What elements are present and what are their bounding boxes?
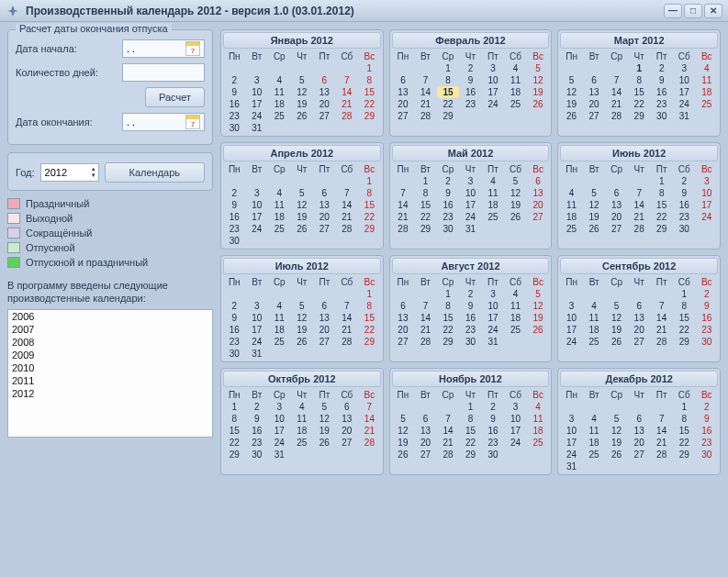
day-cell[interactable]: 15 — [437, 312, 460, 324]
day-cell[interactable]: 31 — [268, 449, 291, 460]
day-cell[interactable]: 31 — [246, 122, 269, 134]
day-cell[interactable]: 2 — [650, 62, 673, 74]
day-cell[interactable]: 5 — [291, 74, 314, 86]
day-cell[interactable]: 17 — [246, 211, 269, 223]
day-cell[interactable]: 17 — [560, 324, 583, 336]
day-cell[interactable]: 27 — [414, 449, 437, 460]
day-cell[interactable]: 10 — [560, 425, 583, 437]
day-cell[interactable]: 30 — [437, 223, 460, 235]
day-cell[interactable]: 3 — [459, 175, 482, 187]
day-cell[interactable]: 28 — [605, 110, 628, 122]
day-cell[interactable]: 23 — [246, 437, 269, 449]
day-cell[interactable]: 4 — [583, 300, 606, 312]
day-cell[interactable]: 31 — [246, 348, 269, 360]
day-cell[interactable]: 11 — [268, 312, 291, 324]
day-cell[interactable]: 20 — [313, 211, 336, 223]
day-cell[interactable]: 21 — [628, 211, 651, 223]
day-cell[interactable]: 1 — [650, 175, 673, 187]
day-cell[interactable]: 10 — [246, 199, 269, 211]
day-cell[interactable]: 11 — [268, 86, 291, 98]
day-cell[interactable]: 2 — [482, 401, 505, 413]
day-cell[interactable]: 17 — [246, 98, 269, 110]
day-cell[interactable]: 10 — [482, 74, 505, 86]
day-cell[interactable]: 11 — [291, 413, 314, 425]
day-cell[interactable]: 13 — [605, 199, 628, 211]
day-cell[interactable]: 27 — [605, 223, 628, 235]
day-cell[interactable]: 24 — [246, 110, 269, 122]
day-cell[interactable]: 21 — [392, 211, 415, 223]
day-cell[interactable]: 3 — [246, 74, 269, 86]
start-date-input[interactable]: . . 7 — [122, 39, 205, 58]
day-cell[interactable]: 19 — [605, 324, 628, 336]
day-cell[interactable]: 16 — [459, 312, 482, 324]
day-cell[interactable]: 18 — [268, 324, 291, 336]
day-cell[interactable]: 26 — [560, 110, 583, 122]
day-cell[interactable]: 25 — [268, 336, 291, 348]
day-cell[interactable]: 24 — [246, 223, 269, 235]
day-cell[interactable]: 30 — [482, 449, 505, 460]
day-cell[interactable]: 7 — [414, 74, 437, 86]
day-cell[interactable]: 27 — [628, 449, 651, 460]
day-cell[interactable]: 14 — [628, 199, 651, 211]
list-item[interactable]: 2007 — [8, 323, 212, 336]
day-cell[interactable]: 22 — [437, 324, 460, 336]
day-cell[interactable]: 13 — [336, 413, 359, 425]
day-cell[interactable]: 21 — [358, 425, 381, 437]
day-cell[interactable]: 2 — [246, 401, 269, 413]
day-cell[interactable]: 16 — [459, 86, 482, 98]
day-cell[interactable]: 6 — [392, 300, 415, 312]
day-cell[interactable]: 17 — [673, 86, 696, 98]
day-cell[interactable]: 7 — [628, 187, 651, 199]
day-cell[interactable]: 29 — [673, 336, 696, 348]
day-cell[interactable]: 8 — [437, 74, 460, 86]
day-cell[interactable]: 23 — [695, 324, 718, 336]
day-cell[interactable]: 22 — [358, 211, 381, 223]
day-cell[interactable]: 10 — [246, 312, 269, 324]
day-cell[interactable]: 13 — [527, 187, 550, 199]
day-cell[interactable]: 10 — [504, 413, 527, 425]
day-cell[interactable]: 5 — [504, 175, 527, 187]
day-cell[interactable]: 8 — [358, 187, 381, 199]
day-cell[interactable]: 16 — [437, 199, 460, 211]
day-cell[interactable]: 9 — [695, 413, 718, 425]
day-cell[interactable]: 16 — [223, 211, 246, 223]
day-cell[interactable]: 14 — [650, 425, 673, 437]
day-cell[interactable]: 10 — [673, 74, 696, 86]
day-cell[interactable]: 19 — [291, 98, 314, 110]
day-cell[interactable]: 8 — [628, 74, 651, 86]
day-cell[interactable]: 8 — [459, 413, 482, 425]
day-cell[interactable]: 21 — [336, 211, 359, 223]
day-cell[interactable]: 28 — [358, 437, 381, 449]
day-cell[interactable]: 25 — [268, 223, 291, 235]
day-cell[interactable]: 7 — [414, 300, 437, 312]
day-cell[interactable]: 16 — [482, 425, 505, 437]
day-cell[interactable]: 14 — [336, 312, 359, 324]
day-cell[interactable]: 20 — [583, 98, 606, 110]
day-cell[interactable]: 24 — [268, 437, 291, 449]
day-cell[interactable]: 18 — [560, 211, 583, 223]
day-cell[interactable]: 2 — [223, 74, 246, 86]
day-cell[interactable]: 14 — [336, 86, 359, 98]
day-cell[interactable]: 5 — [560, 74, 583, 86]
day-cell[interactable]: 6 — [605, 187, 628, 199]
day-cell[interactable]: 29 — [414, 223, 437, 235]
day-cell[interactable]: 23 — [673, 211, 696, 223]
day-cell[interactable]: 30 — [223, 122, 246, 134]
day-cell[interactable]: 3 — [482, 62, 505, 74]
day-cell[interactable]: 6 — [628, 413, 651, 425]
day-cell[interactable]: 12 — [504, 187, 527, 199]
day-cell[interactable]: 14 — [358, 413, 381, 425]
day-cell[interactable]: 23 — [223, 336, 246, 348]
day-cell[interactable]: 7 — [392, 187, 415, 199]
day-cell[interactable]: 2 — [437, 175, 460, 187]
day-cell[interactable]: 22 — [673, 324, 696, 336]
day-cell[interactable]: 19 — [560, 98, 583, 110]
day-cell[interactable]: 28 — [414, 336, 437, 348]
day-cell[interactable]: 25 — [527, 437, 550, 449]
day-cell[interactable]: 14 — [414, 86, 437, 98]
day-cell[interactable]: 5 — [583, 187, 606, 199]
day-cell[interactable]: 10 — [560, 312, 583, 324]
day-cell[interactable]: 6 — [527, 175, 550, 187]
day-cell[interactable]: 11 — [482, 187, 505, 199]
day-cell[interactable]: 4 — [583, 413, 606, 425]
